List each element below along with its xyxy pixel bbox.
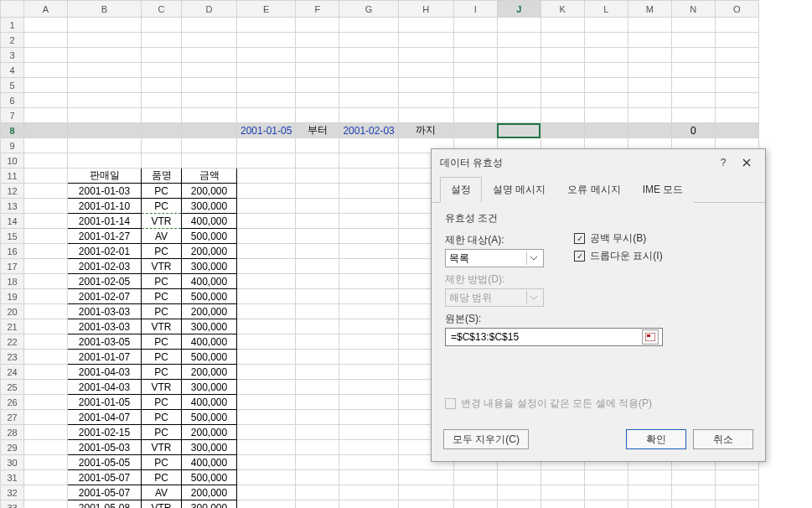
cell[interactable] [628, 18, 671, 33]
ok-button[interactable]: 확인 [626, 429, 686, 449]
col-header[interactable]: F [296, 1, 339, 18]
cell[interactable] [339, 244, 398, 259]
row-header[interactable]: 32 [1, 485, 24, 500]
cell[interactable]: 2001-04-07 [68, 410, 142, 425]
cell[interactable] [540, 48, 584, 63]
clear-all-button[interactable]: 모두 지우기(C) [443, 429, 529, 449]
cell[interactable] [182, 93, 237, 108]
cell[interactable] [540, 485, 584, 500]
cell[interactable]: 2001-05-07 [68, 470, 142, 485]
cell[interactable] [142, 18, 182, 33]
cell[interactable]: 500,000 [182, 289, 237, 304]
cell[interactable] [339, 18, 398, 33]
cell[interactable] [237, 304, 296, 319]
cell[interactable] [497, 123, 540, 138]
cell[interactable] [497, 500, 540, 509]
cell[interactable]: 2001-04-03 [68, 365, 142, 380]
cell[interactable] [296, 153, 339, 168]
row-header[interactable]: 31 [1, 470, 24, 485]
cell[interactable] [339, 500, 398, 509]
cell[interactable] [339, 63, 398, 78]
cell[interactable] [540, 470, 584, 485]
row-header[interactable]: 29 [1, 440, 24, 455]
col-header[interactable]: O [715, 1, 758, 18]
cell[interactable] [584, 63, 628, 78]
cell[interactable] [671, 93, 715, 108]
range-picker-icon[interactable] [642, 329, 659, 345]
cell[interactable] [237, 168, 296, 184]
cell[interactable] [540, 18, 584, 33]
cell[interactable] [339, 380, 398, 395]
cell[interactable]: 0 [671, 123, 715, 138]
row-header[interactable]: 3 [1, 48, 24, 63]
row-header[interactable]: 27 [1, 410, 24, 425]
cell[interactable] [715, 108, 758, 123]
cell[interactable] [182, 153, 237, 168]
cell[interactable] [237, 33, 296, 48]
ignore-blank-checkbox[interactable]: ✓공백 무시(B) [574, 231, 663, 246]
cell[interactable] [24, 153, 68, 168]
cell[interactable] [24, 93, 68, 108]
cell[interactable]: 300,000 [182, 440, 237, 455]
col-header[interactable]: H [398, 1, 453, 18]
cell[interactable] [296, 470, 339, 485]
cell[interactable]: 400,000 [182, 214, 237, 229]
cell[interactable] [237, 138, 296, 153]
cell[interactable] [398, 18, 453, 33]
cell[interactable]: 2001-05-08 [68, 500, 142, 509]
cancel-button[interactable]: 취소 [693, 429, 753, 449]
cell[interactable] [296, 214, 339, 229]
cell[interactable] [296, 199, 339, 214]
cell[interactable] [398, 93, 453, 108]
cell[interactable] [339, 395, 398, 410]
cell[interactable] [671, 485, 715, 500]
cell[interactable] [24, 199, 68, 214]
cell[interactable] [628, 108, 671, 123]
col-header[interactable]: D [182, 1, 237, 18]
cell[interactable] [671, 48, 715, 63]
cell[interactable] [628, 93, 671, 108]
cell[interactable]: 500,000 [182, 350, 237, 365]
cell[interactable] [715, 33, 758, 48]
cell[interactable]: 400,000 [182, 455, 237, 470]
cell[interactable] [339, 78, 398, 93]
cell[interactable] [182, 18, 237, 33]
cell[interactable] [24, 18, 68, 33]
cell[interactable] [68, 63, 142, 78]
cell[interactable] [540, 93, 584, 108]
cell[interactable]: 200,000 [182, 304, 237, 319]
cell[interactable]: PC [142, 334, 182, 350]
cell[interactable] [296, 229, 339, 244]
cell[interactable] [296, 304, 339, 319]
cell[interactable] [339, 33, 398, 48]
cell[interactable] [497, 470, 540, 485]
cell[interactable] [628, 78, 671, 93]
cell[interactable] [339, 410, 398, 425]
cell[interactable] [497, 48, 540, 63]
cell[interactable]: 2001-01-14 [68, 214, 142, 229]
cell[interactable] [398, 500, 453, 509]
cell[interactable] [142, 33, 182, 48]
cell[interactable] [497, 93, 540, 108]
cell[interactable] [237, 259, 296, 274]
cell[interactable] [339, 259, 398, 274]
dialog-titlebar[interactable]: 데이터 유효성 ? [432, 149, 765, 176]
cell[interactable] [398, 48, 453, 63]
cell[interactable]: 2001-05-05 [68, 455, 142, 470]
row-header[interactable]: 15 [1, 229, 24, 244]
cell[interactable] [24, 380, 68, 395]
cell[interactable] [398, 33, 453, 48]
cell[interactable] [237, 395, 296, 410]
cell[interactable] [24, 410, 68, 425]
cell[interactable]: 2001-02-03 [68, 259, 142, 274]
row-header[interactable]: 33 [1, 500, 24, 509]
cell[interactable] [237, 334, 296, 350]
row-header[interactable]: 30 [1, 455, 24, 470]
cell[interactable] [68, 93, 142, 108]
cell[interactable] [497, 108, 540, 123]
cell[interactable] [628, 485, 671, 500]
col-header[interactable]: E [237, 1, 296, 18]
row-header[interactable]: 10 [1, 153, 24, 168]
allow-select[interactable]: 목록 [445, 249, 544, 267]
cell[interactable] [540, 63, 584, 78]
